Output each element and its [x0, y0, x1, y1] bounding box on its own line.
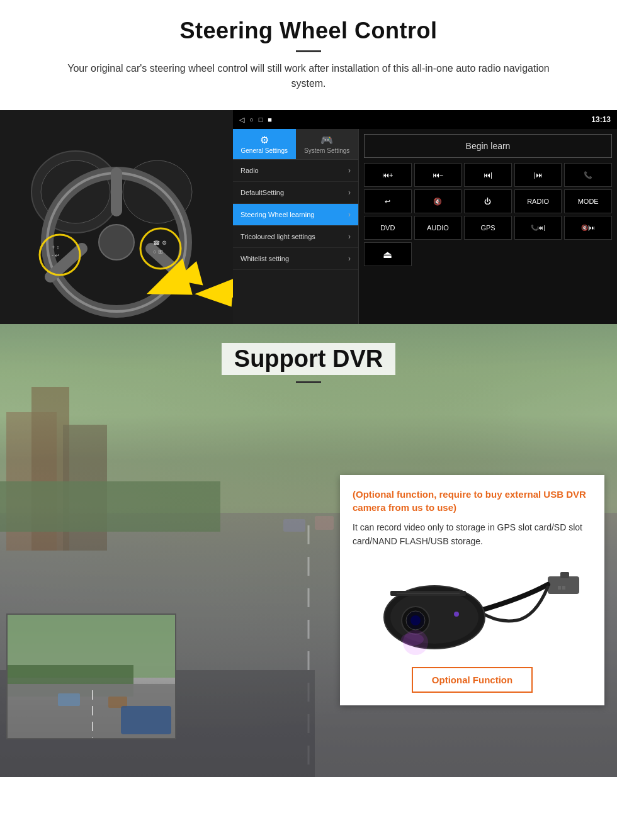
svg-text:○  ⊞: ○ ⊞ [153, 249, 163, 255]
menu-whitelist-arrow: › [348, 254, 351, 263]
menu-default-arrow: › [348, 188, 351, 197]
dvr-inset-road-scene [8, 615, 175, 738]
svg-rect-24 [0, 481, 220, 532]
android-menu: ⚙ General Settings 🎮 System Settings Rad… [233, 129, 359, 324]
begin-learn-button[interactable]: Begin learn [364, 134, 612, 158]
svg-rect-26 [315, 516, 334, 530]
menu-default-label: DefaultSetting [241, 189, 284, 196]
svg-rect-25 [283, 519, 305, 532]
ctrl-phone[interactable]: 📞 [564, 163, 612, 187]
ctrl-prev-track[interactable]: ⏮| [464, 163, 512, 187]
svg-rect-38 [560, 572, 569, 578]
svg-point-50 [401, 633, 424, 646]
general-settings-icon: ⚙ [260, 134, 269, 146]
dvr-title-area: Support DVR [0, 324, 617, 392]
section-dvr: Support DVR (Optional function [0, 324, 617, 777]
ctrl-phone-prev[interactable]: 📞⏮| [514, 216, 562, 240]
android-content: ⚙ General Settings 🎮 System Settings Rad… [233, 129, 617, 324]
optional-function-button[interactable]: Optional Function [412, 667, 533, 693]
ctrl-next-track[interactable]: |⏭ [514, 163, 562, 187]
svg-rect-37 [548, 576, 579, 594]
menu-steering-label: Steering Wheel learning [241, 211, 314, 218]
ctrl-vol-up[interactable]: ⏮+ [364, 163, 412, 187]
menu-steering-wheel[interactable]: Steering Wheel learning › [233, 204, 358, 226]
dvr-info-body: It can record video only to storage in G… [353, 520, 592, 549]
ctrl-vol-down[interactable]: ⏮− [414, 163, 462, 187]
tab-system[interactable]: 🎮 System Settings [296, 129, 359, 159]
steering-demo-area: + ↕ - ↩ ☎ ⚙ ○ ⊞ ◁ ○ □ ■ 13:13 [0, 110, 617, 324]
menu-whitelist-label: Whitelist setting [241, 255, 289, 262]
svg-point-45 [410, 615, 421, 625]
home-icon: ○ [249, 116, 254, 123]
menu-icon: ■ [268, 116, 272, 123]
recents-icon: □ [259, 116, 263, 123]
svg-text:-  ↩: - ↩ [52, 252, 60, 259]
tab-general-label: General Settings [241, 147, 288, 154]
dvr-camera-image [353, 557, 592, 658]
ctrl-mute-next[interactable]: 🔇|⏭ [564, 216, 612, 240]
control-buttons-grid: ⏮+ ⏮− ⏮| |⏭ 📞 ↩ 🔇 ⏻ RADIO MODE DVD AUDIO [364, 163, 612, 266]
svg-point-9 [99, 225, 134, 260]
ctrl-gps[interactable]: GPS [464, 216, 512, 240]
ctrl-back[interactable]: ↩ [364, 189, 412, 213]
ctrl-radio[interactable]: RADIO [514, 189, 562, 213]
menu-radio-arrow: › [348, 166, 351, 175]
svg-rect-36 [121, 706, 171, 734]
svg-rect-34 [58, 693, 80, 706]
statusbar-time: 13:13 [591, 115, 611, 124]
dvr-info-box: (Optional function, require to buy exter… [340, 475, 604, 705]
steering-title: Steering Wheel Control [13, 18, 604, 44]
menu-whitelist[interactable]: Whitelist setting › [233, 248, 358, 270]
android-panel: ◁ ○ □ ■ 13:13 ⚙ General Settings [233, 110, 617, 324]
ctrl-mute[interactable]: 🔇 [414, 189, 462, 213]
system-settings-icon: 🎮 [320, 134, 333, 146]
menu-radio-label: Radio [241, 167, 259, 174]
dvr-info-title: (Optional function, require to buy exter… [353, 488, 592, 514]
ctrl-power[interactable]: ⏻ [464, 189, 512, 213]
svg-text:☎  ⚙: ☎ ⚙ [153, 240, 167, 246]
menu-radio[interactable]: Radio › [233, 160, 358, 182]
svg-rect-39 [558, 586, 561, 590]
ctrl-audio[interactable]: AUDIO [414, 216, 462, 240]
steering-subtitle: Your original car's steering wheel contr… [50, 61, 567, 91]
menu-tricolour[interactable]: Tricoloured light settings › [233, 226, 358, 248]
dvr-divider [296, 381, 321, 383]
ctrl-empty-2 [464, 242, 512, 266]
settings-tab-row: ⚙ General Settings 🎮 System Settings [233, 129, 358, 160]
svg-rect-40 [562, 586, 565, 590]
ctrl-empty-4 [564, 242, 612, 266]
menu-default-setting[interactable]: DefaultSetting › [233, 182, 358, 204]
ctrl-dvd[interactable]: DVD [364, 216, 412, 240]
title-divider [296, 50, 321, 52]
ctrl-extra[interactable]: ⏏ [364, 242, 412, 266]
ctrl-empty-3 [514, 242, 562, 266]
svg-rect-0 [0, 110, 233, 324]
section-steering: Steering Wheel Control Your original car… [0, 0, 617, 324]
menu-tricolour-arrow: › [348, 232, 351, 241]
back-icon: ◁ [239, 116, 244, 124]
steering-title-area: Steering Wheel Control Your original car… [0, 0, 617, 99]
menu-tricolour-label: Tricoloured light settings [241, 233, 315, 240]
android-controls-panel: Begin learn ⏮+ ⏮− ⏮| |⏭ 📞 ↩ 🔇 ⏻ RADIO MO… [359, 129, 617, 324]
ctrl-empty-1 [414, 242, 462, 266]
ctrl-mode[interactable]: MODE [564, 189, 612, 213]
steering-wheel-image: + ↕ - ↩ ☎ ⚙ ○ ⊞ [0, 110, 233, 324]
dvr-title: Support DVR [222, 343, 395, 375]
svg-text:+  ↕: + ↕ [52, 244, 59, 250]
tab-general[interactable]: ⚙ General Settings [233, 129, 296, 159]
dvr-inset-screenshot [6, 613, 176, 739]
svg-point-48 [454, 612, 459, 617]
android-statusbar: ◁ ○ □ ■ 13:13 [233, 110, 617, 129]
menu-steering-arrow: › [348, 210, 351, 219]
statusbar-nav-icons: ◁ ○ □ ■ [239, 116, 272, 124]
tab-system-label: System Settings [304, 147, 349, 154]
